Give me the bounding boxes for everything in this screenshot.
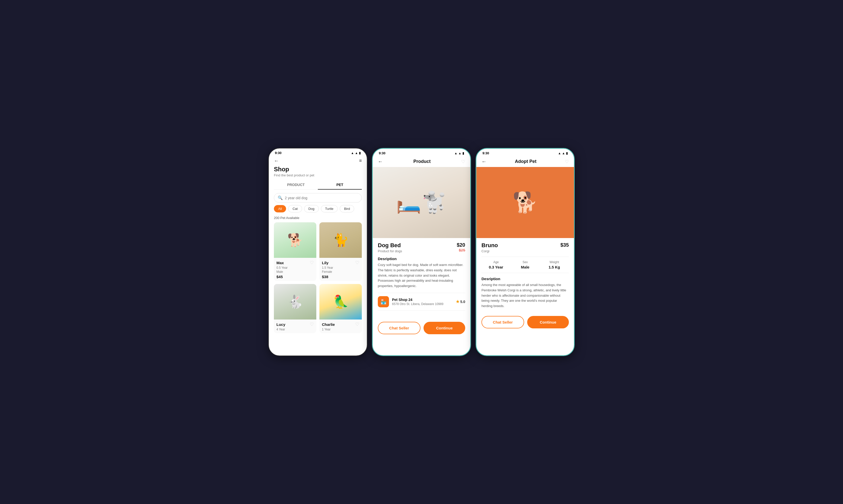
status-icons-1: ▲ ▲ ▮	[351, 151, 361, 155]
seller-icon: 🏪	[378, 296, 389, 307]
back-button-3[interactable]: ←	[481, 159, 486, 164]
pet-name-lily: Lily	[322, 260, 328, 265]
pet-gender-max: Male	[276, 270, 314, 274]
pet-name-max: Max	[276, 260, 284, 265]
pet-count: 200 Pet Available	[269, 215, 367, 222]
shop-nav: ← ≡	[269, 156, 367, 164]
store-icon: 🏪	[380, 299, 387, 305]
seller-info: Pet Shop 24 6578 Otro St. Libera, Delawa…	[392, 298, 453, 306]
list-item[interactable]: 🐕 Max ♡ 0.5 Year Male $45	[274, 222, 316, 281]
pet-info-lucy: Lucy ♡ 4 Year	[274, 320, 316, 333]
corgi-hero-image: 🐕	[476, 167, 574, 238]
battery-icon: ▮	[359, 151, 361, 155]
signal-icon: ▲	[351, 151, 354, 155]
adopt-page-title: Adopt Pet	[515, 159, 537, 164]
pet-gender-lily: Female	[322, 270, 359, 274]
stat-weight: Weight 1.5 Kg	[540, 260, 569, 269]
product-name-section: Dog Bed Product for dogs	[378, 242, 402, 253]
product-subtitle: Product for dogs	[378, 249, 402, 253]
pet-price-lily: $38	[322, 275, 359, 279]
action-buttons-3: Chat Seller Continue	[476, 313, 574, 334]
list-item[interactable]: 🐈 Lily ♡ 1.5 Year Female $38	[320, 222, 362, 281]
age-label: Age	[481, 260, 511, 264]
weight-value: 1.5 Kg	[540, 265, 569, 269]
sex-value: Male	[511, 265, 540, 269]
chip-dog[interactable]: Dog	[304, 205, 319, 212]
status-icons-3: ▲ ▲ ▮	[558, 151, 568, 155]
pet-age-lucy: 4 Year	[276, 328, 314, 331]
wishlist-icon-3[interactable]: ♡	[565, 159, 569, 164]
signal-icon-2: ▲	[454, 151, 457, 155]
continue-button-2[interactable]: Continue	[424, 322, 465, 334]
status-bar-1: 9:30 ▲ ▲ ▮	[269, 148, 367, 156]
tab-pet[interactable]: PET	[318, 180, 362, 189]
favorite-icon-max[interactable]: ♡	[310, 260, 314, 266]
shop-subtitle: Find the best product or pet	[274, 173, 362, 177]
product-page-title: Product	[413, 159, 431, 164]
status-icons-2: ▲ ▲ ▮	[454, 151, 464, 155]
weight-label: Weight	[540, 260, 569, 264]
adopt-pet-price: $35	[561, 242, 569, 248]
status-bar-2: 9:30 ▲ ▲ ▮	[373, 149, 470, 156]
adopt-pet-breed: Corgi	[481, 249, 498, 253]
stat-sex: Sex Male	[511, 260, 540, 269]
pet-stats: Age 0.3 Year Sex Male Weight 1.5 Kg	[481, 256, 569, 273]
adopt-header: ← Adopt Pet ♡	[476, 156, 574, 167]
pet-name-charlie: Charlie	[322, 322, 335, 327]
filter-icon-1[interactable]: ≡	[359, 158, 362, 163]
phone-adopt: 9:30 ▲ ▲ ▮ ← Adopt Pet ♡ 🐕 Bruno Corgi $…	[476, 148, 575, 356]
wifi-icon-3: ▲	[562, 151, 565, 155]
pet-info-max: Max ♡ 0.5 Year Male $45	[274, 258, 316, 281]
wishlist-icon-2[interactable]: ♡	[461, 159, 465, 164]
tab-product[interactable]: PRODUCT	[274, 180, 318, 189]
favorite-icon-lily[interactable]: ♡	[355, 260, 359, 266]
pet-description-label: Desription	[481, 276, 569, 281]
age-value: 0.3 Year	[481, 265, 511, 269]
product-name: Dog Bed	[378, 242, 402, 249]
seller-rating: ★ 5.0	[456, 299, 465, 304]
battery-icon-3: ▮	[566, 151, 568, 155]
pet-name-lucy: Lucy	[276, 322, 285, 327]
favorite-icon-charlie[interactable]: ♡	[355, 322, 359, 327]
pet-image-lily: 🐈	[320, 222, 362, 258]
list-item[interactable]: 🦜 Charlie ♡ 1 Year	[320, 284, 362, 333]
star-icon: ★	[456, 299, 459, 304]
pet-name-section: Bruno Corgi	[481, 242, 498, 253]
list-item[interactable]: 🐇 Lucy ♡ 4 Year	[274, 284, 316, 333]
stat-age: Age 0.3 Year	[481, 260, 511, 269]
product-details: Dog Bed Product for dogs $20 $25 Desript…	[373, 238, 470, 319]
status-time-2: 9:30	[379, 151, 385, 155]
chip-cat[interactable]: Cat	[288, 205, 302, 212]
pet-age-lily: 1.5 Year	[322, 266, 359, 270]
chat-seller-button-3[interactable]: Chat Seller	[481, 316, 524, 328]
product-header: ← Product ♡	[373, 156, 470, 167]
chip-bird[interactable]: Bird	[340, 205, 354, 212]
battery-icon-2: ▮	[462, 151, 464, 155]
favorite-icon-lucy[interactable]: ♡	[310, 322, 314, 327]
search-bar[interactable]: 🔍	[274, 193, 362, 202]
pet-name-row: Bruno Corgi $35	[481, 242, 569, 253]
filter-chips: All Cat Dog Turtle Bird	[269, 205, 367, 215]
back-button-1[interactable]: ←	[274, 158, 279, 164]
search-input[interactable]	[285, 196, 358, 200]
seller-row: 🏪 Pet Shop 24 6578 Otro St. Libera, Dela…	[378, 293, 465, 311]
continue-button-3[interactable]: Continue	[527, 316, 569, 328]
wifi-icon-2: ▲	[458, 151, 461, 155]
adopt-pet-name: Bruno	[481, 242, 498, 249]
pet-age-max: 0.5 Year	[276, 266, 314, 270]
pet-age-charlie: 1 Year	[322, 328, 359, 331]
tabs: PRODUCT PET	[274, 180, 362, 190]
chat-seller-button-2[interactable]: Chat Seller	[378, 322, 420, 334]
phone-shop: 9:30 ▲ ▲ ▮ ← ≡ Shop Find the best produc…	[268, 148, 367, 356]
back-button-2[interactable]: ←	[378, 159, 383, 164]
pet-info-lily: Lily ♡ 1.5 Year Female $38	[320, 258, 362, 281]
pet-price-max: $45	[276, 275, 314, 279]
pet-image-lucy: 🐇	[274, 284, 316, 320]
chip-all[interactable]: All	[274, 205, 286, 212]
pet-image-charlie: 🦜	[320, 284, 362, 320]
shop-title-section: Shop Find the best product or pet	[269, 164, 367, 177]
chip-turtle[interactable]: Turtle	[321, 205, 338, 212]
status-time-3: 9:30	[482, 151, 489, 155]
pet-details: Bruno Corgi $35 Age 0.3 Year Sex Male We…	[476, 238, 574, 313]
status-bar-3: 9:30 ▲ ▲ ▮	[476, 149, 574, 156]
